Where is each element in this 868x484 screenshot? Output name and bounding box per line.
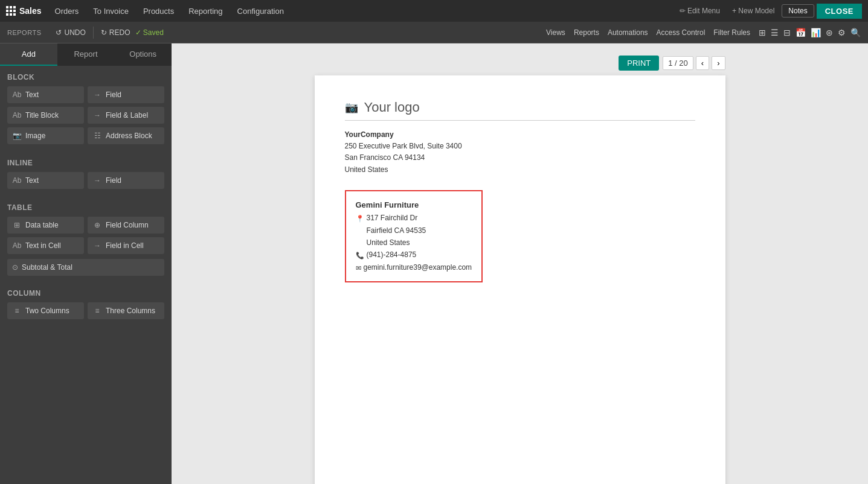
table-view-icon[interactable]: ⊟ [783,28,791,37]
recipient-phone-line: 📞 (941)-284-4875 [356,249,472,261]
table-items-grid: ⊞ Data table ⊕ Field Column Ab Text in C… [7,217,164,254]
table-text-in-cell[interactable]: Ab Text in Cell [7,237,84,254]
list-view-icon[interactable]: ☰ [771,28,779,37]
undo-icon: ↺ [56,28,62,37]
toolbar-views[interactable]: Views [546,28,565,37]
inline-section: Inline Ab Text → Field [0,151,172,196]
redo-icon: ↻ [101,28,107,37]
block-title-block[interactable]: Ab Title Block [7,107,84,124]
sidebar-tabs: Add Report Options [0,43,172,66]
settings-icon[interactable]: ⚙ [838,28,846,37]
block-address-block[interactable]: ☷ Address Block [88,127,164,144]
address-block-icon: ☷ [92,132,102,140]
prev-page-button[interactable]: ‹ [696,56,709,70]
search-icon[interactable]: 🔍 [850,28,861,37]
table-subtotal-total[interactable]: ⊙ Subtotal & Total [7,259,164,276]
table-field-column[interactable]: ⊕ Field Column [88,217,164,234]
inline-text[interactable]: Ab Text [7,172,84,189]
recipient-city-state: Fairfield CA 94535 [356,224,472,237]
field-column-icon: ⊕ [92,221,102,229]
calendar-view-icon[interactable]: 📅 [796,28,806,37]
nav-reporting[interactable]: Reporting [182,3,228,19]
close-button[interactable]: CLOSE [817,4,862,19]
inline-section-title: Inline [7,159,164,167]
column-two-columns[interactable]: ≡ Two Columns [7,302,84,319]
logo-text: Your logo [364,100,420,115]
grid-view-icon[interactable]: ⊞ [759,28,766,37]
reports-toolbar: REPORTS ↺ UNDO ↻ REDO ✓ Saved Views Repo… [0,22,868,43]
recipient-street-line: 📍 317 Fairchild Dr [356,212,472,224]
print-button[interactable]: PRINT [619,56,659,71]
nav-configuration[interactable]: Configuration [231,3,290,19]
block-image[interactable]: 📷 Image [7,127,84,144]
top-navigation: Sales Orders To Invoice Products Reporti… [0,0,868,22]
email-icon: ✉ [356,263,361,274]
text-ab-icon: Ab [12,91,22,99]
toolbar-separator [93,27,94,39]
field-arrow-icon: → [92,91,102,99]
table-section-title: Table [7,203,164,212]
toolbar-access-control[interactable]: Access Control [657,28,706,37]
column-three-columns[interactable]: ≡ Three Columns [88,302,164,319]
recipient-address-block: Gemini Furniture 📍 317 Fairchild Dr Fair… [345,190,483,282]
report-document: 📷 Your logo YourCompany 250 Executive Pa… [315,75,725,484]
block-section: Block Ab Text → Field Ab Title Block → F… [0,66,172,151]
table-field-in-cell[interactable]: → Field in Cell [88,237,164,254]
doc-toolbar: PRINT 1 / 20 ‹ › [315,56,725,71]
location-pin-icon: 📍 [356,213,364,224]
block-field[interactable]: → Field [88,86,164,103]
toolbar-reports[interactable]: Reports [574,28,599,37]
nav-orders[interactable]: Orders [49,3,85,19]
company-country: United States [345,164,695,176]
left-sidebar: Add Report Options Block Ab Text → Field… [0,43,172,484]
block-items-grid: Ab Text → Field Ab Title Block → Field &… [7,86,164,144]
block-text[interactable]: Ab Text [7,86,84,103]
phone-icon: 📞 [356,250,364,261]
saved-indicator: ✓ Saved [135,28,164,37]
pivot-view-icon[interactable]: ⊛ [826,28,833,37]
column-items-grid: ≡ Two Columns ≡ Three Columns [7,302,164,319]
app-name: Sales [19,6,42,16]
recipient-company-name: Gemini Furniture [356,199,472,212]
table-section: Table ⊞ Data table ⊕ Field Column Ab Tex… [0,196,172,282]
recipient-email-line: ✉ gemini.furniture39@example.com [356,261,472,274]
grid-icon [6,6,16,16]
chart-view-icon[interactable]: 📊 [811,28,821,37]
tab-report[interactable]: Report [57,43,115,66]
new-model-button[interactable]: + New Model [727,4,779,18]
field-label-icon: → [92,111,102,119]
text-in-cell-icon: Ab [12,241,22,250]
next-page-button[interactable]: › [712,56,725,70]
toolbar-automations[interactable]: Automations [608,28,648,37]
app-logo[interactable]: Sales [6,6,42,16]
field-in-cell-icon: → [92,241,102,250]
inline-field-icon: → [92,176,102,185]
subtotal-icon: ⊙ [12,263,18,272]
toolbar-filter-rules[interactable]: Filter Rules [713,28,750,37]
redo-button[interactable]: ↻ REDO [96,26,135,39]
table-data-table[interactable]: ⊞ Data table [7,217,84,234]
undo-button[interactable]: ↺ UNDO [51,26,90,39]
company-info-block: YourCompany 250 Executive Park Blvd, Sui… [345,129,695,176]
toolbar-right-actions: Views Reports Automations Access Control… [546,28,861,37]
reports-label: REPORTS [7,29,41,36]
inline-text-icon: Ab [12,176,22,185]
recipient-street: 317 Fairchild Dr [367,212,418,224]
logo-camera-icon: 📷 [345,101,358,114]
document-canvas: PRINT 1 / 20 ‹ › 📷 Your logo YourCompany… [172,43,868,484]
title-block-icon: Ab [12,111,22,119]
block-field-label[interactable]: → Field & Label [88,107,164,124]
tab-add[interactable]: Add [0,43,57,66]
inline-items-grid: Ab Text → Field [7,172,164,189]
nav-products[interactable]: Products [137,3,180,19]
inline-field[interactable]: → Field [88,172,164,189]
company-name: YourCompany [345,129,695,141]
page-info: 1 / 20 [663,56,693,70]
block-section-title: Block [7,73,164,81]
edit-menu-button[interactable]: ✏ Edit Menu [675,4,725,18]
image-camera-icon: 📷 [12,132,22,140]
nav-to-invoice[interactable]: To Invoice [87,3,135,19]
two-columns-icon: ≡ [12,307,22,315]
notes-button[interactable]: Notes [782,4,814,18]
tab-options[interactable]: Options [114,43,172,66]
